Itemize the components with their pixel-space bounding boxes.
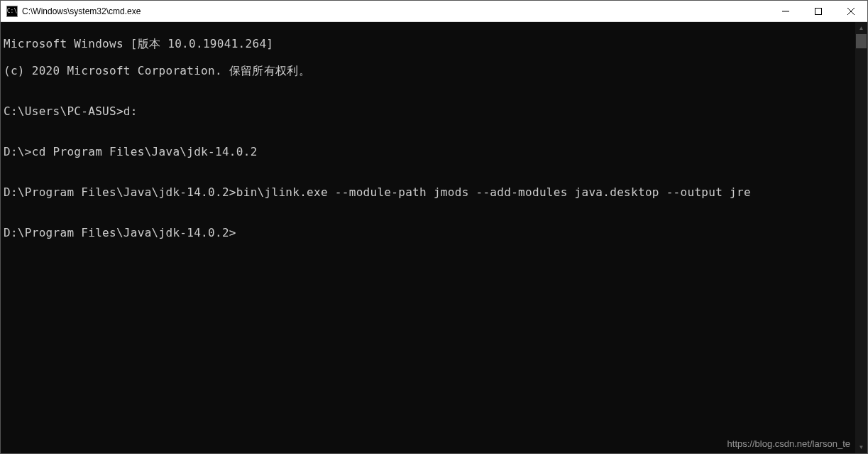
terminal-line: C:\Users\PC-ASUS>d: [4, 104, 852, 118]
terminal-line: (c) 2020 Microsoft Corporation. 保留所有权利。 [4, 64, 852, 77]
scrollbar-thumb[interactable] [856, 34, 867, 48]
scroll-down-arrow-icon[interactable]: ▼ [855, 441, 867, 453]
window-title: C:\Windows\system32\cmd.exe [22, 6, 769, 16]
maximize-button[interactable] [802, 1, 835, 21]
terminal-line: Microsoft Windows [版本 10.0.19041.264] [4, 37, 852, 50]
scroll-up-arrow-icon[interactable]: ▲ [855, 22, 867, 34]
svg-rect-1 [815, 8, 822, 14]
scrollbar-track[interactable] [855, 34, 867, 441]
window-controls [769, 1, 867, 21]
vertical-scrollbar[interactable]: ▲ ▼ [855, 22, 867, 453]
terminal-line: D:\>cd Program Files\Java\jdk-14.0.2 [4, 145, 852, 158]
terminal-output[interactable]: Microsoft Windows [版本 10.0.19041.264] (c… [1, 22, 855, 453]
minimize-button[interactable] [769, 1, 802, 21]
cmd-window: C:\ C:\Windows\system32\cmd.exe Microsof… [0, 0, 868, 454]
cmd-icon: C:\ [6, 6, 18, 17]
terminal-line: D:\Program Files\Java\jdk-14.0.2> [4, 226, 852, 239]
titlebar[interactable]: C:\ C:\Windows\system32\cmd.exe [1, 1, 867, 22]
terminal-area: Microsoft Windows [版本 10.0.19041.264] (c… [1, 22, 867, 453]
close-button[interactable] [835, 1, 867, 21]
terminal-line: D:\Program Files\Java\jdk-14.0.2>bin\jli… [4, 185, 852, 199]
